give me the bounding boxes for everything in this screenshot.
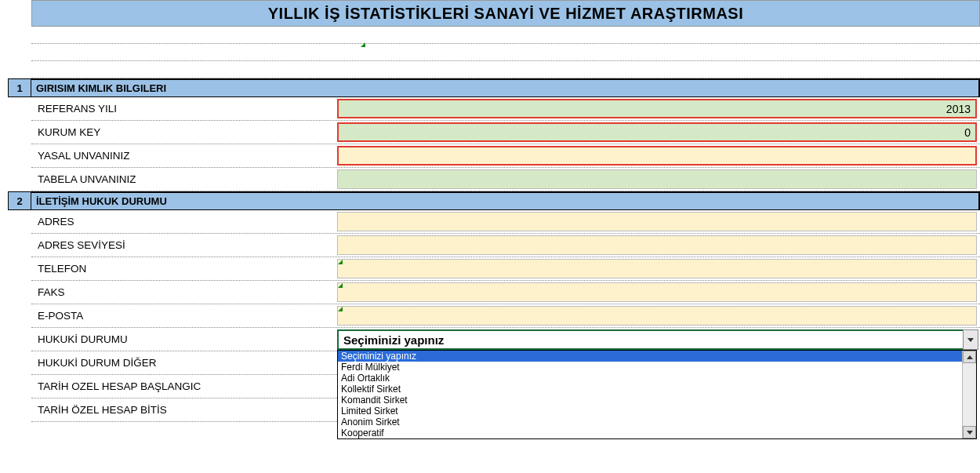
dropdown-option[interactable]: Komandit Sirket xyxy=(338,395,976,406)
row-faks: FAKS xyxy=(31,281,980,304)
kurum-key-input[interactable]: 0 xyxy=(337,122,977,142)
field-label: TABELA UNVANINIZ xyxy=(31,168,337,191)
row-yasal-unvan: YASAL UNVANINIZ xyxy=(31,144,980,168)
field-label: E-POSTA xyxy=(31,304,337,327)
field-label: KURUM KEY xyxy=(31,121,337,144)
section-header-2: 2 İLETİŞİM HUKUK DURUMU xyxy=(8,191,980,210)
row-hukuki-durumu: HUKUKİ DURUMU HUKUKİ DURUM DİĞER TARİH O… xyxy=(31,328,980,439)
scrollbar[interactable] xyxy=(962,351,976,438)
dropdown-option[interactable]: Kollektif Sirket xyxy=(338,384,976,395)
section-title: İLETİŞİM HUKUK DURUMU xyxy=(31,191,980,210)
row-adres: ADRES xyxy=(31,210,980,234)
scroll-down-icon[interactable] xyxy=(963,426,976,438)
dropdown-option[interactable]: Adi Ortaklık xyxy=(338,373,976,384)
adres-input[interactable] xyxy=(337,212,977,231)
faks-input[interactable] xyxy=(337,282,977,302)
field-label: TARİH OZEL HESAP BAŞLANGIC xyxy=(31,375,337,398)
dropdown-list: Seçiminizi yapınızFerdi MülkiyetAdi Orta… xyxy=(337,350,977,439)
section-header-1: 1 GIRISIM KIMLIK BILGILERI xyxy=(8,78,980,97)
field-label: ADRES xyxy=(31,210,337,233)
telefon-input[interactable] xyxy=(337,259,977,278)
dropdown-option[interactable]: Seçiminizi yapınız xyxy=(338,351,976,362)
field-label: TARİH ÖZEL HESAP BİTİS xyxy=(31,398,337,422)
adres-seviyesi-input[interactable] xyxy=(337,235,977,255)
comment-indicator-icon xyxy=(338,307,343,311)
section-number: 2 xyxy=(8,191,31,210)
section-number: 1 xyxy=(8,78,31,97)
dropdown-option[interactable]: Anonim Sirket xyxy=(338,417,976,428)
section-title: GIRISIM KIMLIK BILGILERI xyxy=(31,78,980,97)
row-eposta: E-POSTA xyxy=(31,304,980,328)
spacer xyxy=(31,27,980,44)
comment-indicator-icon xyxy=(338,283,343,288)
eposta-input[interactable] xyxy=(337,306,977,326)
row-referans-yili: REFERANS YILI 2013 xyxy=(31,97,980,121)
field-label: HUKUKİ DURUMU xyxy=(31,328,337,351)
dropdown-option[interactable]: Kooperatif xyxy=(338,428,976,438)
dropdown-option[interactable]: Ferdi Mülkiyet xyxy=(338,362,976,373)
value: 2013 xyxy=(946,103,971,115)
spacer xyxy=(31,44,980,61)
field-label: FAKS xyxy=(31,281,337,304)
value: 0 xyxy=(964,126,971,139)
field-label: HUKUKİ DURUM DİĞER xyxy=(31,351,337,375)
field-label: TELEFON xyxy=(31,257,337,280)
dropdown-button[interactable] xyxy=(963,329,978,350)
hukuki-durumu-select[interactable]: Seçiminizi yapınız xyxy=(337,329,977,350)
dropdown-option[interactable]: Limited Sirket xyxy=(338,406,976,417)
comment-indicator-icon xyxy=(361,42,365,47)
scroll-up-icon[interactable] xyxy=(963,351,976,363)
row-telefon: TELEFON xyxy=(31,257,980,281)
row-adres-seviyesi: ADRES SEVİYESİ xyxy=(31,234,980,257)
select-current-value: Seçiminizi yapınız xyxy=(343,333,444,347)
comment-indicator-icon xyxy=(338,260,343,264)
referans-yili-input[interactable]: 2013 xyxy=(337,99,977,118)
spacer xyxy=(31,61,980,78)
field-label: YASAL UNVANINIZ xyxy=(31,144,337,167)
field-label: REFERANS YILI xyxy=(31,97,337,120)
tabela-unvan-input[interactable] xyxy=(337,169,977,189)
row-tabela-unvan: TABELA UNVANINIZ xyxy=(31,168,980,191)
field-label: ADRES SEVİYESİ xyxy=(31,234,337,257)
row-kurum-key: KURUM KEY 0 xyxy=(31,121,980,144)
yasal-unvan-input[interactable] xyxy=(337,146,977,166)
page-title: YILLIK İŞ İSTATİSTİKLERİ SANAYİ VE HİZME… xyxy=(31,0,980,27)
